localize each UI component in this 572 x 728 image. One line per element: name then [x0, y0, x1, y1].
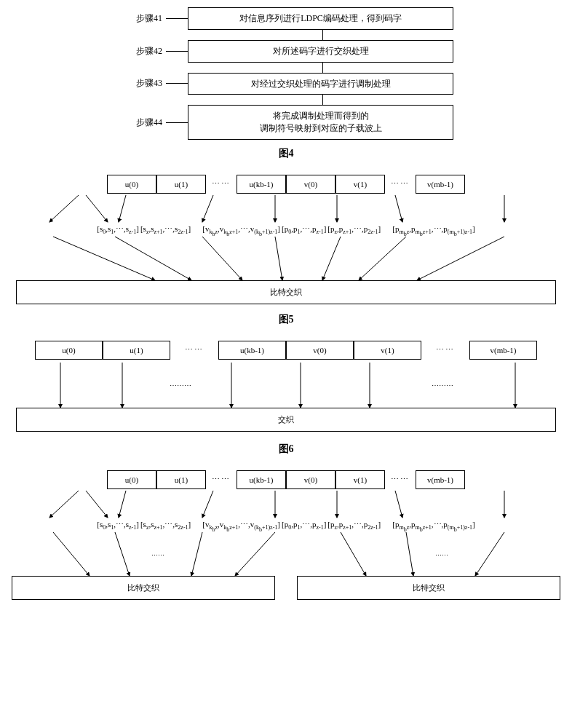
block-ukb1: u(kb-1) [237, 470, 286, 489]
figure-7: ⋯⋯ ⋯⋯ u(0) u(1) ⋯⋯ u(kb-1) v(0) v(1) ⋯⋯ … [7, 470, 565, 601]
block-u0: u(0) [107, 175, 156, 194]
svg-line-8 [53, 237, 155, 280]
block-v1: v(1) [335, 470, 385, 489]
block-u0: u(0) [107, 470, 156, 489]
svg-line-13 [359, 237, 406, 280]
svg-text:⋯⋯⋯: ⋯⋯⋯ [170, 381, 191, 389]
ellipsis: ⋯⋯ [421, 345, 469, 355]
svg-line-11 [275, 237, 282, 280]
formula-vkb: [vkbz,vkbz+1,⋯,v(kb+1)z-1] [202, 520, 280, 533]
svg-line-35 [341, 532, 366, 576]
svg-line-26 [202, 491, 213, 518]
formula-s0: [s0,s1,⋯,sz-1] [97, 224, 139, 237]
connector-line [166, 122, 188, 123]
formula-vkb: [vkbz,vkbz+1,⋯,v(kb+1)z-1] [202, 224, 280, 237]
step-label-43: 步骤43 [119, 77, 166, 90]
svg-text:⋯⋯: ⋯⋯ [151, 552, 164, 559]
figure-4: 步骤41 对信息序列进行LDPC编码处理，得到码字 步骤42 对所述码字进行交织… [7, 7, 565, 160]
ellipsis: ⋯⋯ [206, 475, 237, 484]
ellipsis: ⋯⋯ [206, 179, 237, 189]
svg-line-37 [475, 532, 504, 576]
formula-pz: [pz,pz+1,⋯,p2z-1] [327, 224, 381, 237]
formula-pmb: [pmbz,pmbz+1,⋯,p(mb+1)z-1] [392, 520, 474, 533]
svg-text:⋯⋯⋯: ⋯⋯⋯ [432, 381, 453, 389]
formula-pz: [pz,pz+1,⋯,p2z-1] [327, 520, 381, 533]
interleave-box: 交织 [16, 408, 556, 432]
step-box-42: 对所述码字进行交织处理 [188, 40, 453, 63]
block-v0: v(0) [286, 341, 354, 360]
svg-line-9 [115, 237, 191, 280]
step-box-43: 对经过交织处理的码字进行调制处理 [188, 73, 453, 95]
ellipsis: ⋯⋯ [385, 179, 416, 189]
vertical-connector [322, 63, 323, 73]
figure-6-caption: 图6 [7, 443, 565, 456]
svg-text:⋯⋯: ⋯⋯ [435, 552, 448, 559]
step-label-44: 步骤44 [119, 116, 166, 129]
svg-line-29 [395, 491, 402, 518]
block-u0: u(0) [35, 341, 103, 360]
svg-line-24 [86, 491, 108, 518]
svg-line-12 [322, 237, 341, 280]
bit-interleave-left: 比特交织 [12, 576, 275, 600]
block-vmb1: v(mb-1) [469, 341, 537, 360]
vertical-connector [322, 30, 323, 40]
flowchart: 步骤41 对信息序列进行LDPC编码处理，得到码字 步骤42 对所述码字进行交织… [119, 7, 453, 140]
figure-5: u(0) u(1) ⋯⋯ u(kb-1) v(0) v(1) ⋯⋯ v(mb-1… [7, 175, 565, 326]
vertical-connector [322, 95, 323, 105]
formula-p0: [p0,p1,⋯,pz-1] [282, 224, 326, 237]
svg-line-14 [417, 237, 504, 280]
formula-sz: [sz,sz+1,⋯,s2z-1] [140, 224, 191, 237]
formula-p0: [p0,p1,⋯,pz-1] [282, 520, 326, 533]
svg-line-34 [235, 532, 275, 576]
bit-interleave-box: 比特交织 [16, 280, 556, 304]
svg-line-10 [202, 237, 242, 280]
block-vmb1: v(mb-1) [416, 470, 465, 489]
svg-line-25 [119, 491, 126, 518]
step-label-42: 步骤42 [119, 45, 166, 58]
bit-interleave-right: 比特交织 [297, 576, 560, 600]
formula-pmb: [pmbz,pmbz+1,⋯,p(mb+1)z-1] [392, 224, 474, 237]
svg-line-23 [49, 491, 79, 518]
block-v1: v(1) [335, 175, 385, 194]
svg-line-36 [406, 532, 413, 576]
block-v0: v(0) [286, 175, 335, 194]
connector-line [166, 51, 188, 52]
svg-line-32 [115, 532, 130, 576]
svg-line-0 [49, 195, 79, 222]
svg-line-31 [53, 532, 90, 576]
svg-line-1 [86, 195, 108, 222]
step-label-41: 步骤41 [119, 12, 166, 25]
block-v1: v(1) [354, 341, 421, 360]
connector-line [166, 83, 188, 84]
block-u1: u(1) [103, 341, 170, 360]
svg-line-3 [202, 195, 213, 222]
ellipsis: ⋯⋯ [385, 475, 416, 484]
formula-s0: [s0,s1,⋯,sz-1] [97, 520, 139, 533]
ellipsis: ⋯⋯ [170, 345, 218, 355]
step-box-41: 对信息序列进行LDPC编码处理，得到码字 [188, 7, 453, 30]
step-box-44: 将完成调制处理而得到的 调制符号映射到对应的子载波上 [188, 105, 453, 140]
block-vmb1: v(mb-1) [416, 175, 465, 194]
connector-line [166, 18, 188, 19]
svg-line-2 [119, 195, 126, 222]
block-u1: u(1) [156, 470, 206, 489]
block-v0: v(0) [286, 470, 335, 489]
svg-line-33 [191, 532, 202, 576]
svg-line-6 [395, 195, 402, 222]
formula-sz: [sz,sz+1,⋯,s2z-1] [140, 520, 191, 533]
figure-5-caption: 图5 [7, 313, 565, 326]
block-u1: u(1) [156, 175, 206, 194]
block-ukb1: u(kb-1) [237, 175, 286, 194]
block-ukb1: u(kb-1) [218, 341, 286, 360]
figure-4-caption: 图4 [7, 147, 565, 160]
figure-6: ⋯⋯⋯ ⋯⋯⋯ u(0) u(1) ⋯⋯ u(kb-1) v(0) v(1) ⋯… [7, 341, 565, 456]
